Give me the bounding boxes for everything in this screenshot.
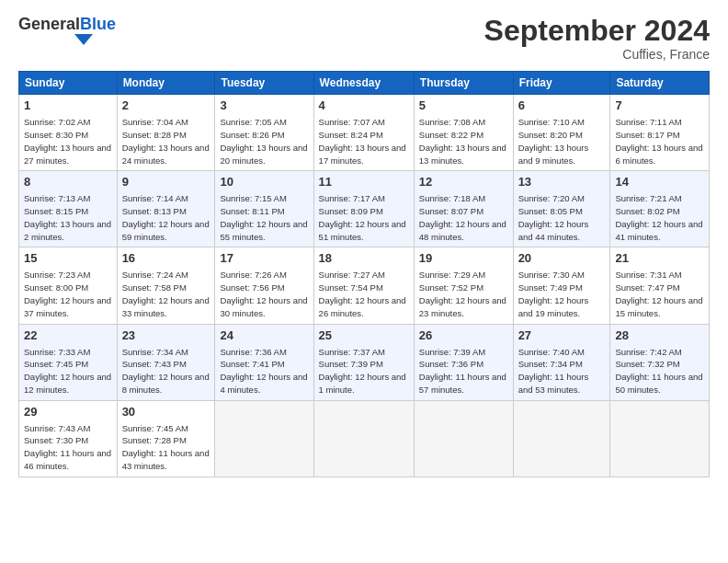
day-number: 22	[24, 328, 112, 344]
day-info: Sunrise: 7:13 AMSunset: 8:15 PMDaylight:…	[24, 193, 111, 241]
subtitle: Cuffies, France	[484, 47, 710, 62]
day-info: Sunrise: 7:07 AMSunset: 8:24 PMDaylight:…	[319, 117, 406, 165]
day-info: Sunrise: 7:15 AMSunset: 8:11 PMDaylight:…	[220, 193, 307, 241]
calendar-cell: 16Sunrise: 7:24 AMSunset: 7:58 PMDayligh…	[117, 247, 215, 324]
day-number: 15	[24, 251, 112, 267]
calendar-cell: 30Sunrise: 7:45 AMSunset: 7:28 PMDayligh…	[117, 400, 215, 477]
calendar-cell: 11Sunrise: 7:17 AMSunset: 8:09 PMDayligh…	[313, 171, 414, 247]
day-info: Sunrise: 7:33 AMSunset: 7:45 PMDaylight:…	[24, 347, 111, 395]
page: GeneralBlue September 2024 Cuffies, Fran…	[0, 0, 728, 563]
day-number: 25	[319, 328, 409, 344]
day-number: 16	[122, 251, 210, 267]
day-number: 4	[319, 98, 409, 114]
day-number: 18	[319, 251, 409, 267]
calendar-cell: 29Sunrise: 7:43 AMSunset: 7:30 PMDayligh…	[19, 400, 118, 477]
header-thursday: Thursday	[414, 72, 513, 95]
logo-wordmark: GeneralBlue	[18, 15, 116, 34]
day-number: 23	[122, 328, 210, 344]
calendar-cell: 3Sunrise: 7:05 AMSunset: 8:26 PMDaylight…	[215, 95, 313, 171]
calendar-cell: 27Sunrise: 7:40 AMSunset: 7:34 PMDayligh…	[513, 324, 610, 400]
calendar-cell: 8Sunrise: 7:13 AMSunset: 8:15 PMDaylight…	[19, 171, 118, 247]
calendar-cell: 7Sunrise: 7:11 AMSunset: 8:17 PMDaylight…	[610, 95, 710, 171]
day-number: 14	[615, 175, 704, 190]
logo-graphic: GeneralBlue	[18, 15, 116, 45]
day-number: 17	[220, 251, 308, 267]
day-info: Sunrise: 7:10 AMSunset: 8:20 PMDaylight:…	[518, 117, 589, 165]
header-sunday: Sunday	[19, 72, 118, 95]
day-number: 10	[220, 175, 308, 190]
day-number: 8	[24, 175, 112, 190]
calendar-cell: 5Sunrise: 7:08 AMSunset: 8:22 PMDaylight…	[414, 95, 513, 171]
calendar-cell: 12Sunrise: 7:18 AMSunset: 8:07 PMDayligh…	[414, 171, 513, 247]
day-number: 20	[518, 251, 606, 267]
day-info: Sunrise: 7:40 AMSunset: 7:34 PMDaylight:…	[518, 347, 589, 395]
header: GeneralBlue September 2024 Cuffies, Fran…	[18, 15, 710, 62]
calendar-cell: 25Sunrise: 7:37 AMSunset: 7:39 PMDayligh…	[313, 324, 414, 400]
title-section: September 2024 Cuffies, France	[484, 15, 710, 62]
day-number: 3	[220, 98, 308, 114]
day-number: 12	[419, 175, 508, 190]
logo-blue-text: Blue	[80, 15, 116, 34]
day-number: 30	[122, 405, 210, 420]
day-number: 28	[615, 328, 704, 344]
day-info: Sunrise: 7:14 AMSunset: 8:13 PMDaylight:…	[122, 193, 210, 241]
day-info: Sunrise: 7:42 AMSunset: 7:32 PMDaylight:…	[615, 347, 702, 395]
day-number: 5	[419, 98, 508, 114]
day-info: Sunrise: 7:30 AMSunset: 7:49 PMDaylight:…	[518, 270, 589, 317]
calendar-cell: 6Sunrise: 7:10 AMSunset: 8:20 PMDaylight…	[513, 95, 610, 171]
calendar-cell: 23Sunrise: 7:34 AMSunset: 7:43 PMDayligh…	[117, 324, 215, 400]
calendar-row-4: 22Sunrise: 7:33 AMSunset: 7:45 PMDayligh…	[19, 324, 710, 400]
day-info: Sunrise: 7:24 AMSunset: 7:58 PMDaylight:…	[122, 270, 210, 317]
calendar-cell	[513, 400, 610, 477]
header-friday: Friday	[513, 72, 610, 95]
calendar-cell	[215, 400, 313, 477]
calendar-cell: 4Sunrise: 7:07 AMSunset: 8:24 PMDaylight…	[313, 95, 414, 171]
day-number: 6	[518, 98, 606, 114]
logo: GeneralBlue	[18, 15, 116, 45]
day-info: Sunrise: 7:29 AMSunset: 7:52 PMDaylight:…	[419, 270, 506, 317]
calendar-cell	[610, 400, 710, 477]
calendar-cell: 24Sunrise: 7:36 AMSunset: 7:41 PMDayligh…	[215, 324, 313, 400]
day-number: 9	[122, 175, 210, 190]
calendar-row-3: 15Sunrise: 7:23 AMSunset: 8:00 PMDayligh…	[19, 247, 710, 324]
logo-triangle-icon	[74, 34, 93, 45]
day-info: Sunrise: 7:18 AMSunset: 8:07 PMDaylight:…	[419, 193, 506, 241]
calendar-cell: 14Sunrise: 7:21 AMSunset: 8:02 PMDayligh…	[610, 171, 710, 247]
calendar-cell: 1Sunrise: 7:02 AMSunset: 8:30 PMDaylight…	[19, 95, 118, 171]
calendar-row-2: 8Sunrise: 7:13 AMSunset: 8:15 PMDaylight…	[19, 171, 710, 247]
day-info: Sunrise: 7:20 AMSunset: 8:05 PMDaylight:…	[518, 193, 589, 241]
day-number: 2	[122, 98, 210, 114]
calendar-cell	[313, 400, 414, 477]
calendar-table: Sunday Monday Tuesday Wednesday Thursday…	[18, 71, 710, 477]
day-info: Sunrise: 7:36 AMSunset: 7:41 PMDaylight:…	[220, 347, 307, 395]
calendar-cell: 15Sunrise: 7:23 AMSunset: 8:00 PMDayligh…	[19, 247, 118, 324]
main-title: September 2024	[484, 15, 710, 47]
header-saturday: Saturday	[610, 72, 710, 95]
day-number: 26	[419, 328, 508, 344]
calendar-cell: 17Sunrise: 7:26 AMSunset: 7:56 PMDayligh…	[215, 247, 313, 324]
day-info: Sunrise: 7:05 AMSunset: 8:26 PMDaylight:…	[220, 117, 307, 165]
calendar-cell: 21Sunrise: 7:31 AMSunset: 7:47 PMDayligh…	[610, 247, 710, 324]
day-info: Sunrise: 7:39 AMSunset: 7:36 PMDaylight:…	[419, 347, 506, 395]
day-info: Sunrise: 7:17 AMSunset: 8:09 PMDaylight:…	[319, 193, 406, 241]
day-number: 1	[24, 98, 112, 114]
day-number: 27	[518, 328, 606, 344]
header-tuesday: Tuesday	[215, 72, 313, 95]
day-info: Sunrise: 7:02 AMSunset: 8:30 PMDaylight:…	[24, 117, 111, 165]
day-number: 19	[419, 251, 508, 267]
day-info: Sunrise: 7:23 AMSunset: 8:00 PMDaylight:…	[24, 270, 111, 317]
day-number: 24	[220, 328, 308, 344]
day-info: Sunrise: 7:37 AMSunset: 7:39 PMDaylight:…	[319, 347, 406, 395]
header-monday: Monday	[117, 72, 215, 95]
day-number: 21	[615, 251, 704, 267]
day-info: Sunrise: 7:27 AMSunset: 7:54 PMDaylight:…	[319, 270, 406, 317]
day-info: Sunrise: 7:31 AMSunset: 7:47 PMDaylight:…	[615, 270, 702, 317]
calendar-cell: 28Sunrise: 7:42 AMSunset: 7:32 PMDayligh…	[610, 324, 710, 400]
calendar-cell: 10Sunrise: 7:15 AMSunset: 8:11 PMDayligh…	[215, 171, 313, 247]
calendar-cell: 22Sunrise: 7:33 AMSunset: 7:45 PMDayligh…	[19, 324, 118, 400]
day-info: Sunrise: 7:34 AMSunset: 7:43 PMDaylight:…	[122, 347, 210, 395]
calendar-cell: 9Sunrise: 7:14 AMSunset: 8:13 PMDaylight…	[117, 171, 215, 247]
weekday-header-row: Sunday Monday Tuesday Wednesday Thursday…	[19, 72, 710, 95]
calendar-cell: 20Sunrise: 7:30 AMSunset: 7:49 PMDayligh…	[513, 247, 610, 324]
calendar-cell: 13Sunrise: 7:20 AMSunset: 8:05 PMDayligh…	[513, 171, 610, 247]
